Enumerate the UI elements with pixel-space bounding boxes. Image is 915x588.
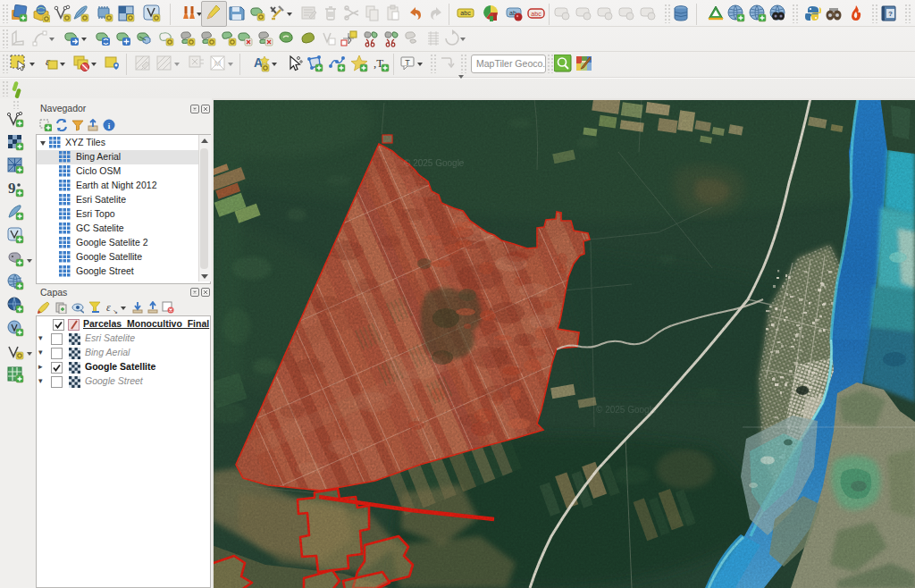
svg-text:M: M xyxy=(214,59,222,68)
svg-text:9: 9 xyxy=(8,181,16,197)
svg-text:abc: abc xyxy=(460,10,471,16)
svg-text:?: ? xyxy=(888,10,893,18)
svg-text:↘: ↘ xyxy=(113,308,118,314)
svg-text:abc: abc xyxy=(531,11,541,17)
svg-text:ε: ε xyxy=(106,301,111,314)
svg-text:A: A xyxy=(254,55,263,70)
svg-text:T: T xyxy=(405,58,410,67)
